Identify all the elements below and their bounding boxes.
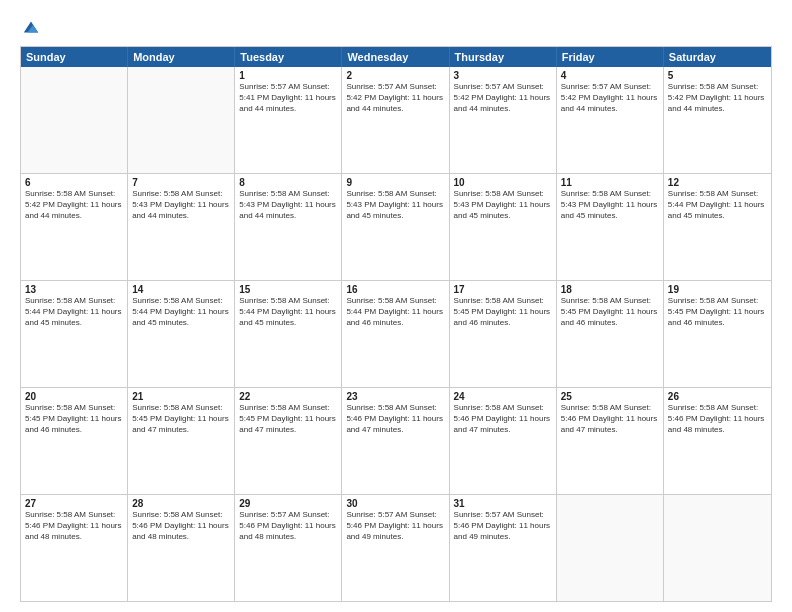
day-number: 13 <box>25 284 123 295</box>
day-cell-11: 11Sunrise: 5:58 AM Sunset: 5:43 PM Dayli… <box>557 174 664 280</box>
empty-cell <box>557 495 664 601</box>
header-day-thursday: Thursday <box>450 47 557 67</box>
day-number: 6 <box>25 177 123 188</box>
header-day-friday: Friday <box>557 47 664 67</box>
day-cell-1: 1Sunrise: 5:57 AM Sunset: 5:41 PM Daylig… <box>235 67 342 173</box>
header-day-sunday: Sunday <box>21 47 128 67</box>
day-info: Sunrise: 5:58 AM Sunset: 5:45 PM Dayligh… <box>454 296 552 328</box>
day-cell-2: 2Sunrise: 5:57 AM Sunset: 5:42 PM Daylig… <box>342 67 449 173</box>
day-info: Sunrise: 5:58 AM Sunset: 5:42 PM Dayligh… <box>25 189 123 221</box>
day-number: 1 <box>239 70 337 81</box>
day-number: 10 <box>454 177 552 188</box>
header <box>20 18 772 36</box>
day-info: Sunrise: 5:58 AM Sunset: 5:43 PM Dayligh… <box>454 189 552 221</box>
day-number: 3 <box>454 70 552 81</box>
day-info: Sunrise: 5:57 AM Sunset: 5:42 PM Dayligh… <box>346 82 444 114</box>
day-cell-8: 8Sunrise: 5:58 AM Sunset: 5:43 PM Daylig… <box>235 174 342 280</box>
header-day-wednesday: Wednesday <box>342 47 449 67</box>
day-number: 8 <box>239 177 337 188</box>
day-info: Sunrise: 5:58 AM Sunset: 5:46 PM Dayligh… <box>454 403 552 435</box>
day-cell-5: 5Sunrise: 5:58 AM Sunset: 5:42 PM Daylig… <box>664 67 771 173</box>
day-number: 28 <box>132 498 230 509</box>
day-cell-24: 24Sunrise: 5:58 AM Sunset: 5:46 PM Dayli… <box>450 388 557 494</box>
day-info: Sunrise: 5:58 AM Sunset: 5:46 PM Dayligh… <box>561 403 659 435</box>
day-info: Sunrise: 5:58 AM Sunset: 5:45 PM Dayligh… <box>668 296 767 328</box>
empty-cell <box>128 67 235 173</box>
day-number: 31 <box>454 498 552 509</box>
day-info: Sunrise: 5:58 AM Sunset: 5:46 PM Dayligh… <box>25 510 123 542</box>
day-cell-22: 22Sunrise: 5:58 AM Sunset: 5:45 PM Dayli… <box>235 388 342 494</box>
logo-icon <box>22 18 40 36</box>
day-number: 22 <box>239 391 337 402</box>
day-cell-20: 20Sunrise: 5:58 AM Sunset: 5:45 PM Dayli… <box>21 388 128 494</box>
logo <box>20 18 40 36</box>
calendar-header: SundayMondayTuesdayWednesdayThursdayFrid… <box>21 47 771 67</box>
day-cell-23: 23Sunrise: 5:58 AM Sunset: 5:46 PM Dayli… <box>342 388 449 494</box>
empty-cell <box>664 495 771 601</box>
day-info: Sunrise: 5:58 AM Sunset: 5:43 PM Dayligh… <box>346 189 444 221</box>
day-cell-28: 28Sunrise: 5:58 AM Sunset: 5:46 PM Dayli… <box>128 495 235 601</box>
day-number: 4 <box>561 70 659 81</box>
day-cell-3: 3Sunrise: 5:57 AM Sunset: 5:42 PM Daylig… <box>450 67 557 173</box>
day-number: 21 <box>132 391 230 402</box>
day-cell-18: 18Sunrise: 5:58 AM Sunset: 5:45 PM Dayli… <box>557 281 664 387</box>
day-number: 12 <box>668 177 767 188</box>
day-number: 14 <box>132 284 230 295</box>
day-info: Sunrise: 5:57 AM Sunset: 5:46 PM Dayligh… <box>346 510 444 542</box>
day-info: Sunrise: 5:58 AM Sunset: 5:46 PM Dayligh… <box>132 510 230 542</box>
day-info: Sunrise: 5:58 AM Sunset: 5:43 PM Dayligh… <box>132 189 230 221</box>
day-info: Sunrise: 5:57 AM Sunset: 5:42 PM Dayligh… <box>454 82 552 114</box>
day-number: 17 <box>454 284 552 295</box>
day-number: 19 <box>668 284 767 295</box>
week-row-1: 1Sunrise: 5:57 AM Sunset: 5:41 PM Daylig… <box>21 67 771 173</box>
empty-cell <box>21 67 128 173</box>
day-number: 30 <box>346 498 444 509</box>
day-cell-21: 21Sunrise: 5:58 AM Sunset: 5:45 PM Dayli… <box>128 388 235 494</box>
header-day-tuesday: Tuesday <box>235 47 342 67</box>
day-cell-26: 26Sunrise: 5:58 AM Sunset: 5:46 PM Dayli… <box>664 388 771 494</box>
day-number: 26 <box>668 391 767 402</box>
day-cell-16: 16Sunrise: 5:58 AM Sunset: 5:44 PM Dayli… <box>342 281 449 387</box>
week-row-4: 20Sunrise: 5:58 AM Sunset: 5:45 PM Dayli… <box>21 387 771 494</box>
day-number: 9 <box>346 177 444 188</box>
day-cell-30: 30Sunrise: 5:57 AM Sunset: 5:46 PM Dayli… <box>342 495 449 601</box>
day-number: 29 <box>239 498 337 509</box>
day-info: Sunrise: 5:57 AM Sunset: 5:42 PM Dayligh… <box>561 82 659 114</box>
calendar: SundayMondayTuesdayWednesdayThursdayFrid… <box>20 46 772 602</box>
day-cell-14: 14Sunrise: 5:58 AM Sunset: 5:44 PM Dayli… <box>128 281 235 387</box>
day-info: Sunrise: 5:58 AM Sunset: 5:44 PM Dayligh… <box>25 296 123 328</box>
day-cell-25: 25Sunrise: 5:58 AM Sunset: 5:46 PM Dayli… <box>557 388 664 494</box>
day-info: Sunrise: 5:58 AM Sunset: 5:43 PM Dayligh… <box>561 189 659 221</box>
day-info: Sunrise: 5:58 AM Sunset: 5:44 PM Dayligh… <box>668 189 767 221</box>
day-cell-19: 19Sunrise: 5:58 AM Sunset: 5:45 PM Dayli… <box>664 281 771 387</box>
week-row-2: 6Sunrise: 5:58 AM Sunset: 5:42 PM Daylig… <box>21 173 771 280</box>
week-row-3: 13Sunrise: 5:58 AM Sunset: 5:44 PM Dayli… <box>21 280 771 387</box>
day-cell-13: 13Sunrise: 5:58 AM Sunset: 5:44 PM Dayli… <box>21 281 128 387</box>
day-cell-9: 9Sunrise: 5:58 AM Sunset: 5:43 PM Daylig… <box>342 174 449 280</box>
day-number: 2 <box>346 70 444 81</box>
day-info: Sunrise: 5:58 AM Sunset: 5:45 PM Dayligh… <box>132 403 230 435</box>
header-day-saturday: Saturday <box>664 47 771 67</box>
day-cell-6: 6Sunrise: 5:58 AM Sunset: 5:42 PM Daylig… <box>21 174 128 280</box>
day-info: Sunrise: 5:57 AM Sunset: 5:46 PM Dayligh… <box>454 510 552 542</box>
day-cell-29: 29Sunrise: 5:57 AM Sunset: 5:46 PM Dayli… <box>235 495 342 601</box>
day-cell-15: 15Sunrise: 5:58 AM Sunset: 5:44 PM Dayli… <box>235 281 342 387</box>
day-info: Sunrise: 5:58 AM Sunset: 5:45 PM Dayligh… <box>25 403 123 435</box>
day-info: Sunrise: 5:58 AM Sunset: 5:46 PM Dayligh… <box>346 403 444 435</box>
day-cell-31: 31Sunrise: 5:57 AM Sunset: 5:46 PM Dayli… <box>450 495 557 601</box>
day-number: 15 <box>239 284 337 295</box>
day-cell-7: 7Sunrise: 5:58 AM Sunset: 5:43 PM Daylig… <box>128 174 235 280</box>
day-cell-27: 27Sunrise: 5:58 AM Sunset: 5:46 PM Dayli… <box>21 495 128 601</box>
day-info: Sunrise: 5:57 AM Sunset: 5:41 PM Dayligh… <box>239 82 337 114</box>
day-number: 11 <box>561 177 659 188</box>
day-number: 25 <box>561 391 659 402</box>
day-cell-17: 17Sunrise: 5:58 AM Sunset: 5:45 PM Dayli… <box>450 281 557 387</box>
day-number: 24 <box>454 391 552 402</box>
calendar-body: 1Sunrise: 5:57 AM Sunset: 5:41 PM Daylig… <box>21 67 771 601</box>
day-number: 7 <box>132 177 230 188</box>
day-cell-4: 4Sunrise: 5:57 AM Sunset: 5:42 PM Daylig… <box>557 67 664 173</box>
page: SundayMondayTuesdayWednesdayThursdayFrid… <box>0 0 792 612</box>
day-number: 20 <box>25 391 123 402</box>
day-cell-12: 12Sunrise: 5:58 AM Sunset: 5:44 PM Dayli… <box>664 174 771 280</box>
day-number: 5 <box>668 70 767 81</box>
